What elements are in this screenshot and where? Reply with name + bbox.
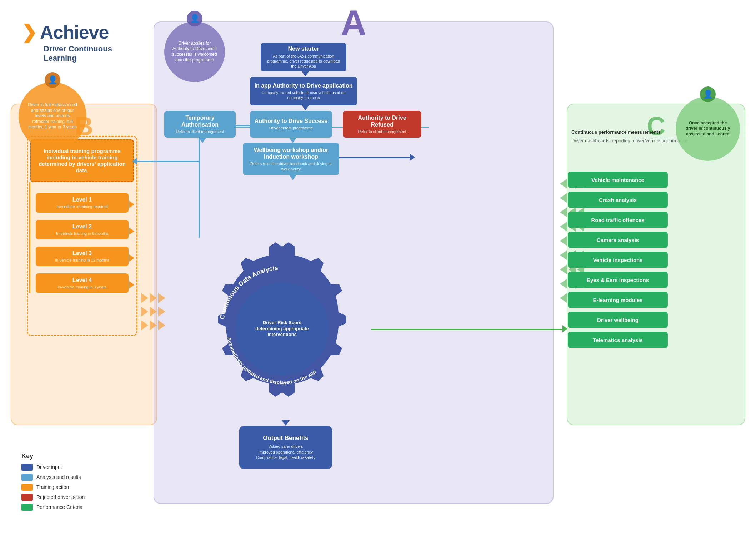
btn-eyes-ears[interactable]: Eyes & Ears inspections xyxy=(568,272,668,288)
auth-refused-title: Authority to Drive Refused xyxy=(347,114,417,128)
output-benefits-box: Output Benefits Valued safer driversImpr… xyxy=(239,426,332,469)
btn-camera-analysis[interactable]: Camera analysis xyxy=(568,232,668,248)
arrow-success-to-wellbeing xyxy=(289,138,296,143)
auth-success-title: Authority to Drive Success xyxy=(255,118,328,124)
key-swatch-green xyxy=(21,504,33,511)
arrow-new-to-app xyxy=(302,71,309,76)
key-label-training: Training action xyxy=(36,484,69,490)
in-app-authority-box: In app Authority to Drive application Co… xyxy=(250,77,357,105)
in-app-title: In app Authority to Drive application xyxy=(255,82,353,89)
logo: ❯ Achieve xyxy=(21,21,136,43)
arrow-app-to-row xyxy=(302,105,309,110)
individual-training-title: Individual training programme including … xyxy=(36,148,129,174)
key-label-performance: Performance Criteria xyxy=(36,504,82,510)
logo-subtitle: Driver Continuous Learning xyxy=(44,44,136,63)
auth-refused-subtitle: Refer to client management xyxy=(358,129,406,134)
arrow-to-green xyxy=(562,325,567,332)
key-item-driver-input: Driver input xyxy=(21,464,85,471)
level2-title: Level 2 xyxy=(72,223,92,230)
key-item-rejected: Rejected driver action xyxy=(21,494,85,501)
level1-box: Level 1 Immediate retraining required xyxy=(36,193,129,213)
line-to-c xyxy=(339,157,411,158)
arrow-to-training xyxy=(132,158,137,165)
key-section: Key Driver input Analysis and results Tr… xyxy=(21,452,85,514)
section-a-label: A xyxy=(341,3,366,44)
driver-applies-text: Driver applies for Authority to Drive an… xyxy=(172,41,217,63)
vert-line-levels xyxy=(29,182,30,293)
gear-inner-circle: Driver Risk Score determining appropriat… xyxy=(246,293,318,365)
key-label-driver-input: Driver input xyxy=(36,464,62,470)
key-label-rejected: Rejected driver action xyxy=(36,494,85,500)
level3-title: Level 3 xyxy=(72,250,92,257)
wellbeing-title: Wellbeing workshop and/or Induction work… xyxy=(247,147,335,160)
auth-success-subtitle: Driver enters programme xyxy=(269,125,313,130)
key-title: Key xyxy=(21,452,85,460)
btn-vehicle-maintenance[interactable]: Vehicle maintenance xyxy=(568,172,668,188)
driver-trained-bubble: 👤 Driver is trained/assessed and attains… xyxy=(19,82,86,150)
temp-auth-subtitle: Refer to client management xyxy=(176,129,224,134)
authority-refused-box: Authority to Drive Refused Refer to clie… xyxy=(343,111,421,138)
new-starter-box: New starter As part of the 3-2-1 communi… xyxy=(261,43,346,71)
arrow-temp-down xyxy=(199,138,206,143)
key-swatch-blue xyxy=(21,464,33,471)
chevron-arrows-left-group xyxy=(141,293,165,330)
key-swatch-orange xyxy=(21,484,33,491)
level4-box: Level 4 In-vehicle training in 3 years xyxy=(36,273,129,293)
vert-line-temp xyxy=(199,138,200,238)
btn-road-traffic[interactable]: Road traffic offences xyxy=(568,212,668,228)
driver-trained-text: Driver is trained/assessed and attains o… xyxy=(28,102,77,129)
logo-title: Achieve xyxy=(40,21,109,43)
btn-driver-wellbeing[interactable]: Driver wellbeing xyxy=(568,312,668,328)
arrow-l2-right xyxy=(129,228,134,235)
level2-box: Level 2 In-vehicle training in 6 months xyxy=(36,220,129,239)
key-swatch-lightblue xyxy=(21,474,33,481)
temporary-auth-box: Temporary Authorisation Refer to client … xyxy=(164,111,236,138)
key-item-performance: Performance Criteria xyxy=(21,504,85,511)
new-starter-subtitle: As part of the 3-2-1 communication progr… xyxy=(265,54,342,69)
key-item-analysis: Analysis and results xyxy=(21,474,85,481)
btn-crash-analysis[interactable]: Crash analysis xyxy=(568,192,668,208)
arrow-gear-to-output xyxy=(281,420,290,426)
logo-area: ❯ Achieve Driver Continuous Learning xyxy=(21,21,136,63)
driver-applies-bubble: 👤 Driver applies for Authority to Drive … xyxy=(164,21,225,82)
level2-subtitle: In-vehicle training in 6 months xyxy=(56,231,108,236)
wellbeing-workshop-box: Wellbeing workshop and/or Induction work… xyxy=(243,143,339,175)
key-item-training: Training action xyxy=(21,484,85,491)
btn-elearning[interactable]: E-learning modules xyxy=(568,292,668,308)
level3-box: Level 3 In-vehicle training in 12 months xyxy=(36,247,129,266)
level4-subtitle: In-vehicle training in 3 years xyxy=(58,284,107,289)
arrow-to-c xyxy=(410,154,415,161)
output-title: Output Benefits xyxy=(263,435,309,442)
key-label-analysis: Analysis and results xyxy=(36,474,81,480)
arrow-wellbeing-to-gear xyxy=(289,175,296,180)
once-accepted-bubble: 👤 Once accepted the driver is continuous… xyxy=(676,96,740,161)
line-temp-to-success xyxy=(236,125,251,126)
gear-title: Driver Risk Score determining appropriat… xyxy=(251,320,314,338)
level1-subtitle: Immediate retraining required xyxy=(56,204,108,209)
btn-vehicle-inspections[interactable]: Vehicle inspections xyxy=(568,252,668,268)
level3-subtitle: In-vehicle training in 12 months xyxy=(55,258,109,263)
btn-telematics[interactable]: Telematics analysis xyxy=(568,332,668,348)
line-gear-to-c xyxy=(371,329,564,330)
once-accepted-text: Once accepted the driver is continuously… xyxy=(686,120,730,137)
level1-title: Level 1 xyxy=(72,196,92,203)
level4-title: Level 4 xyxy=(72,277,92,283)
h-line-temp-to-training xyxy=(132,161,200,162)
wellbeing-subtitle: Refers to online driver handbook and dri… xyxy=(247,161,335,172)
authority-success-box: Authority to Drive Success Driver enters… xyxy=(250,111,332,138)
output-items: Valued safer driversImproved operational… xyxy=(256,444,315,460)
logo-chevron-icon: ❯ xyxy=(21,23,37,41)
key-swatch-red xyxy=(21,494,33,501)
in-app-subtitle: Company owned vehicle or own vehicle use… xyxy=(254,90,353,100)
arrow-l1-right xyxy=(129,201,134,208)
arrow-l3-right xyxy=(129,254,134,262)
new-starter-title: New starter xyxy=(288,45,319,52)
green-buttons-container: Vehicle maintenance Crash analysis Road … xyxy=(568,172,668,348)
gear-container: Continuous Data Analysis Automatically u… xyxy=(193,239,371,418)
temp-auth-title: Temporary Authorisation xyxy=(169,114,231,128)
arrow-l4-right xyxy=(129,281,134,288)
